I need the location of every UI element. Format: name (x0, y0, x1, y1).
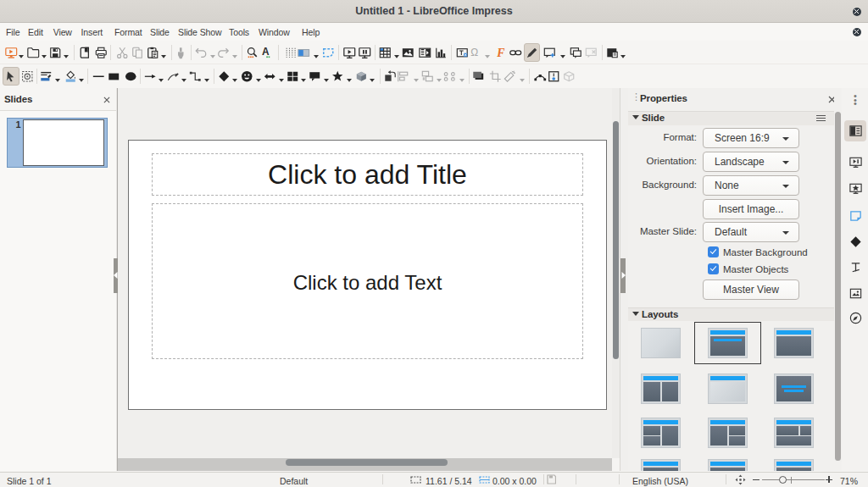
svg-text:Ω: Ω (471, 47, 479, 58)
svg-text:F: F (496, 47, 504, 59)
svg-text:A: A (262, 46, 270, 58)
